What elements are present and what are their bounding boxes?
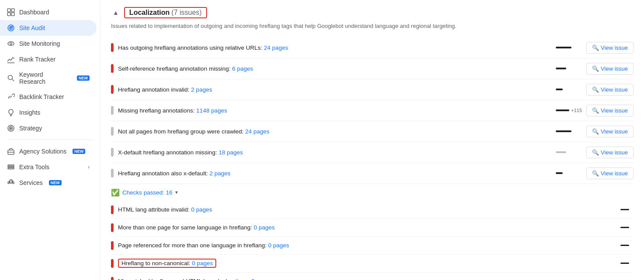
issue-count-7: 2 pages	[209, 170, 230, 177]
checks-arrow-icon: ▾	[175, 189, 178, 195]
sidebar-item-insights[interactable]: Insights	[0, 105, 97, 120]
issue-text-2: Self-reference hreflang annotation missi…	[118, 65, 551, 72]
view-issue-label-1: View issue	[601, 44, 628, 51]
issue-count-5: 24 pages	[245, 128, 270, 135]
issue-row-6: X-default hreflang annotation missing: 1…	[111, 142, 634, 163]
view-issue-btn-7[interactable]: 🔍 View issue	[586, 167, 634, 179]
issue-label-6: X-default hreflang annotation missing:	[118, 149, 218, 156]
view-issue-btn-1[interactable]: 🔍 View issue	[586, 42, 634, 54]
svg-point-11	[8, 75, 13, 80]
sidebar-divider-1	[7, 140, 93, 140]
localization-section: ▲ Localization (7 issues) Issues related…	[100, 0, 644, 280]
sidebar-item-keyword-research[interactable]: Keyword Research NEW	[0, 67, 97, 89]
sidebar-item-strategy[interactable]: Strategy	[0, 120, 97, 136]
localization-header: ▲ Localization (7 issues)	[111, 7, 634, 18]
issue-text-5: Not all pages from hreflang group were c…	[118, 128, 551, 135]
view-issue-label-5: View issue	[601, 128, 628, 135]
sidebar-item-extra-tools[interactable]: Extra Tools ›	[0, 159, 97, 175]
search-small-icon-6: 🔍	[592, 149, 599, 156]
svg-rect-20	[8, 165, 14, 166]
issue-label-5: Not all pages from hreflang group were c…	[118, 128, 245, 135]
svg-rect-3	[11, 13, 14, 16]
link-icon	[7, 93, 15, 101]
puzzle-icon	[7, 179, 15, 187]
issue-label-1: Has outgoing hreflang annotations using …	[118, 44, 264, 51]
indicator-red-3	[111, 85, 114, 94]
right-dash-11	[620, 263, 629, 264]
sidebar-item-agency-solutions[interactable]: Agency Solutions NEW	[0, 143, 97, 159]
issue-count-11: 0 pages	[192, 260, 213, 266]
sidebar-item-rank-tracker[interactable]: Rank Tracker	[0, 51, 97, 67]
issue-bar-container-6	[556, 151, 582, 153]
briefcase-icon	[7, 147, 15, 155]
issue-label-9: More than one page for same language in …	[118, 224, 254, 231]
view-issue-btn-2[interactable]: 🔍 View issue	[586, 63, 634, 75]
search-small-icon-3: 🔍	[592, 86, 599, 93]
indicator-red-10	[111, 241, 114, 250]
issue-count-10: 0 pages	[268, 242, 289, 249]
localization-description: Issues related to implementation of outg…	[111, 22, 634, 31]
sidebar-label-backlink-tracker: Backlink Tracker	[19, 93, 64, 100]
sidebar-item-services[interactable]: Services NEW	[0, 175, 97, 191]
indicator-gray-4	[111, 106, 114, 115]
grid-icon	[7, 8, 15, 16]
search-small-icon-4: 🔍	[592, 107, 599, 114]
indicator-red-9	[111, 223, 114, 232]
issue-count-2: 6 pages	[232, 65, 253, 72]
issue-bar-1	[556, 47, 571, 48]
svg-rect-2	[7, 13, 10, 16]
svg-point-8	[8, 42, 14, 46]
issue-label-12: Mismatched hreflang and HTML lang declar…	[118, 278, 251, 280]
issue-label-4: Missing hreflang annotations:	[118, 107, 196, 114]
issue-bar-container-7	[556, 172, 582, 174]
issue-text-8: HTML lang attribute invalid: 0 pages	[118, 206, 585, 213]
sidebar-item-site-monitoring[interactable]: Site Monitoring	[0, 36, 97, 51]
issue-text-4: Missing hreflang annotations: 1148 pages	[118, 107, 551, 114]
sidebar-label-extra-tools: Extra Tools	[19, 164, 49, 171]
sidebar-label-site-monitoring: Site Monitoring	[19, 40, 60, 47]
view-issue-label-2: View issue	[601, 65, 628, 72]
sidebar-item-backlink-tracker[interactable]: Backlink Tracker	[0, 89, 97, 105]
sidebar-item-dashboard[interactable]: Dashboard	[0, 4, 97, 20]
sidebar-item-site-audit[interactable]: Site Audit	[0, 20, 97, 36]
sidebar-label-site-audit: Site Audit	[19, 24, 45, 31]
issue-text-1: Has outgoing hreflang annotations using …	[118, 44, 551, 51]
issue-text-9: More than one page for same language in …	[118, 224, 585, 231]
sidebar-label-rank-tracker: Rank Tracker	[19, 56, 55, 63]
view-issue-btn-4[interactable]: 🔍 View issue	[586, 105, 634, 116]
view-issue-btn-5[interactable]: 🔍 View issue	[586, 126, 634, 137]
passed-issue-row-12: Mismatched hreflang and HTML lang declar…	[111, 273, 634, 280]
new-badge-agency: NEW	[73, 149, 85, 154]
issue-label-7: Hreflang annotation also x-default:	[118, 170, 209, 177]
right-dash-9	[620, 227, 629, 228]
checks-passed-row[interactable]: ✅ Checks passed: 16 ▾	[111, 184, 634, 201]
indicator-red-2	[111, 64, 114, 73]
svg-rect-21	[8, 167, 14, 168]
view-issue-label-6: View issue	[601, 149, 628, 156]
svg-rect-1	[11, 9, 14, 12]
issue-count-9: 0 pages	[254, 224, 275, 231]
issue-count-1: 24 pages	[264, 44, 288, 51]
new-badge-services: NEW	[49, 180, 62, 185]
search-small-icon-5: 🔍	[592, 128, 599, 135]
issue-text-10: Page referenced for more than one langua…	[118, 242, 585, 249]
issue-label-2: Self-reference hreflang annotation missi…	[118, 65, 232, 72]
view-issue-btn-6[interactable]: 🔍 View issue	[586, 147, 634, 158]
issue-bar-7	[556, 172, 563, 174]
plus-badge-4: +115	[571, 108, 582, 113]
sidebar-label-dashboard: Dashboard	[19, 9, 49, 16]
issue-row-7: Hreflang annotation also x-default: 2 pa…	[111, 163, 634, 184]
issue-row-4: Missing hreflang annotations: 1148 pages…	[111, 100, 634, 121]
tools-icon	[7, 163, 15, 171]
target-icon	[7, 124, 15, 132]
passed-issue-row-10: Page referenced for more than one langua…	[111, 237, 634, 255]
collapse-button[interactable]: ▲	[111, 9, 121, 16]
radar-icon	[7, 24, 15, 32]
issue-count-12: 0 pages	[251, 278, 272, 280]
view-issue-btn-3[interactable]: 🔍 View issue	[586, 84, 634, 96]
chevron-right-icon: ›	[88, 164, 90, 170]
sidebar: Dashboard Site Audit Site Monitoring	[0, 0, 100, 280]
view-issue-label-7: View issue	[601, 170, 628, 177]
svg-rect-23	[8, 182, 9, 184]
issues-list: Has outgoing hreflang annotations using …	[111, 38, 634, 184]
